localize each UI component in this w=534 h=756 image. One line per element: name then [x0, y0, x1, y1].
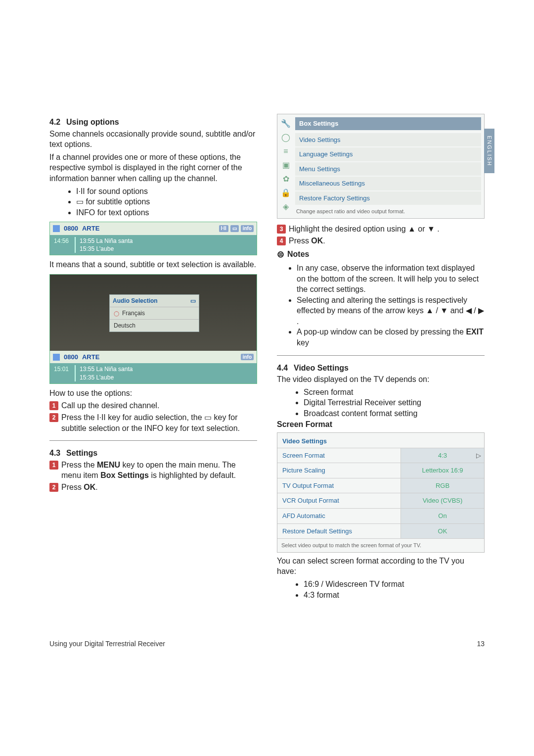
- banner-channel-icon: [53, 225, 60, 232]
- sec42-p1: Some channels occasionally provide sound…: [49, 129, 257, 150]
- sec43-step1: 1 Press the MENU key to open the main me…: [49, 460, 257, 481]
- footer-page-number: 13: [477, 640, 485, 648]
- screen-format-subhead: Screen Format: [277, 419, 485, 430]
- after-vs-p: You can select screen format according t…: [277, 556, 485, 577]
- sec42-p2: If a channel provides one or more of the…: [49, 152, 257, 184]
- audio-selection-screenshot: Audio Selection▭ Français Deutsch 0800 A…: [49, 274, 257, 384]
- diamond-icon: ◈: [280, 201, 291, 212]
- section-4-2-heading: 4.2Using options: [49, 117, 257, 128]
- right-step4: 4 Press OK.: [277, 236, 485, 246]
- box-item-restore[interactable]: Restore Factory Settings: [295, 191, 481, 205]
- video-settings-panel: Video Settings Screen Format 4:3▷ Pictur…: [277, 432, 485, 553]
- subtitle-icon: ▭: [190, 297, 196, 305]
- footer-left: Using your Digital Terrestrial Receiver: [49, 640, 165, 648]
- list-icon: ≡: [280, 146, 291, 157]
- section-4-4-heading: 4.4Video Settings: [277, 363, 485, 374]
- subtitle-glyph: ▭: [76, 197, 84, 206]
- vs-row-screen-format[interactable]: Screen Format 4:3▷: [277, 448, 484, 463]
- vs-row-vcr-output[interactable]: VCR Output FormatVideo (CVBS): [277, 493, 484, 508]
- vs-row-restore[interactable]: Restore Default SettingsOK: [277, 523, 484, 539]
- right-step3: 3 Highlight the desired option using ▲ o…: [277, 224, 485, 235]
- audio-glyph: I·II: [76, 187, 85, 195]
- box-settings-panel: 🔧 ◯ ≡ ▣ ✿ 🔒 ◈ Box Settings Video Setting…: [277, 114, 485, 219]
- notes-heading: ⊜ Notes: [277, 249, 485, 260]
- chevron-right-icon: ▷: [476, 451, 481, 460]
- sec44-bullets: Screen format Digital Terrestrial Receiv…: [277, 387, 485, 419]
- box-item-video[interactable]: Video Settings: [295, 133, 481, 147]
- tool-icon: 🔧: [280, 118, 291, 129]
- lock-icon: 🔒: [280, 188, 291, 198]
- banner-channel-number: 0800: [64, 224, 78, 233]
- box-item-language[interactable]: Language Settings: [295, 147, 481, 161]
- box-settings-footer: Change aspect ratio and video output for…: [295, 206, 481, 215]
- howto-label: How to use the options:: [49, 388, 257, 399]
- globe-icon: ◯: [280, 132, 291, 143]
- after-vs-bullets: 16:9 / Widescreen TV format 4:3 format: [277, 579, 485, 600]
- audio-option-de: Deutsch: [110, 319, 199, 331]
- audio-selection-popup: Audio Selection▭ Français Deutsch: [109, 294, 199, 332]
- banner-channel-name: ARTE: [82, 224, 99, 233]
- video-settings-footer: Select video output to match the screen …: [277, 538, 484, 552]
- box-item-menu[interactable]: Menu Settings: [295, 162, 481, 176]
- video-settings-title: Video Settings: [277, 433, 484, 448]
- vs-row-picture-scaling[interactable]: Picture ScalingLetterbox 16:9: [277, 463, 484, 478]
- sec44-intro: The video displayed on the TV depends on…: [277, 374, 485, 385]
- banner-tag-info: info: [241, 225, 254, 232]
- box-settings-title: Box Settings: [295, 117, 481, 130]
- sec42-after-banner: It means that a sound, subtitle or text …: [49, 259, 257, 270]
- sec42-step1: 1Call up the desired channel.: [49, 400, 257, 411]
- sec43-step2: 2 Press OK.: [49, 482, 257, 493]
- misc-icon: ✿: [280, 174, 291, 185]
- banner-now-time: 14:56: [54, 237, 69, 253]
- right-column: ENGLISH 🔧 ◯ ≡ ▣ ✿ 🔒 ◈ Box Settings Video…: [277, 114, 485, 600]
- tv-icon: ▣: [280, 160, 291, 171]
- sec42-bullets: I·II for sound options ▭ for subtitle op…: [49, 186, 257, 218]
- banner-tag-audio: I·II: [219, 225, 228, 232]
- notes-icon: ⊜: [277, 250, 284, 259]
- info-banner-example: 0800 ARTE I·II ▭ info 14:56 13:55 La Niñ…: [49, 222, 257, 255]
- left-column: 4.2Using options Some channels occasiona…: [49, 114, 257, 600]
- audio-option-fr: Français: [110, 307, 199, 319]
- notes-list: In any case, observe the information tex…: [277, 263, 485, 348]
- banner-tag-sub: ▭: [230, 225, 239, 232]
- language-side-tab: ENGLISH: [484, 129, 494, 173]
- vs-row-afd[interactable]: AFD AutomaticOn: [277, 508, 484, 523]
- vs-row-tv-output[interactable]: TV Output FormatRGB: [277, 478, 484, 493]
- section-4-3-heading: 4.3Settings: [49, 448, 257, 459]
- sec42-step2: 2 Press the I·II key for audio selection…: [49, 412, 257, 433]
- page-footer: Using your Digital Terrestrial Receiver …: [49, 640, 485, 648]
- box-item-misc[interactable]: Miscellaneous Settings: [295, 177, 481, 190]
